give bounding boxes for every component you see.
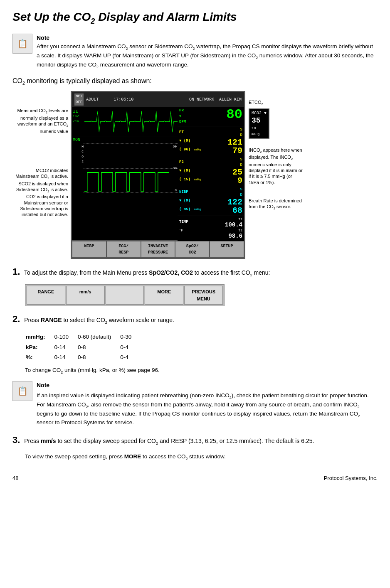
pt-value2: 79 [227,147,242,155]
note1-content: Note After you connect a Mainstream CO2 … [37,34,378,70]
numerics-panel: HR▼BPM 80 PT▼ (M)( 96) mmHg SD [178,107,244,240]
mv-cm-label: 1mV/cm [73,114,79,124]
title-sub2: 2 [91,17,95,25]
units-table: mmHg: 0-100 0-60 (default) 0-30 kPa: 0-1… [25,332,141,363]
ecg-section: II 1mV/cm [72,107,178,136]
step1-text: To adjust the display, from the Main Men… [24,269,270,276]
etco2-annotation: ETCO2 MCO2 ▼ 35 10 mmHg [249,99,304,139]
step2-section: 2. Press RANGE to select the CO2 wavefor… [12,312,378,326]
step3-text: Press mm/s to set the display sweep spee… [24,438,314,444]
previous-menu-button[interactable]: PREVIOUSMENU [184,286,223,305]
note2-content: Note If an inspired value is displayed i… [37,381,378,427]
setup-button[interactable]: SETUP [210,241,244,258]
percent-row: %: 0-14 0-8 0-4 [26,353,140,362]
co2-value-0: 0 [175,188,177,193]
p2-cell: P2▼ (M)( 15) mmHg SD 25 9 [178,156,244,186]
pt-cell: PT▼ (M)( 96) mmHg SD 121 79 [178,126,244,156]
step1-number: 1. [12,266,20,277]
temp-label: TEMP [179,220,188,224]
monitor-diagram: Measured CO2 levels are normally display… [12,91,378,259]
temp-value2: 98.6 [225,233,242,239]
percent-v1: 0-14 [54,353,77,362]
spo2-co2-button[interactable]: SpO2/CO2 [175,241,210,258]
pt-unit: mmHg [194,148,201,151]
annotation-co2-levels: Measured CO2 levels are normally display… [12,108,71,134]
annotation-mco2: MCO2 indicates Mainstream CO2 is active.… [12,167,71,218]
range-button[interactable]: RANGE [27,286,65,305]
nibp-value2: 68 [227,207,242,215]
section-heading: CO2 monitoring is typically displayed as… [12,76,378,87]
mmhg-label: mmHg: [26,332,54,342]
co2-section: MCO2 60 30 0 [72,143,178,193]
pt-label: PT▼ (M)( 96) [179,130,190,152]
step3-number: 3. [12,435,20,445]
note1-box: Note After you connect a Mainstream CO2 … [12,34,378,70]
network-label: ON NETWORK ALLEN KIM [189,96,242,103]
step1-section: 1. To adjust the display, from the Main … [12,265,378,278]
nibp-label: NIBP▼ (M)( 85) [179,190,190,212]
temp-unit: °F [179,229,183,232]
function-buttons: NIBP ECG/RESP INVASIVEPRESSURE SpO2/CO2 … [72,240,244,258]
net-off-label: NETOFF [74,93,84,106]
step3-section: 3. Press mm/s to set the display sweep s… [12,433,378,447]
page-footer: 48 Protocol Systems, Inc. [12,474,378,482]
note2-box: Note If an inspired value is displayed i… [12,381,378,427]
mmhg-v1: 0-100 [54,332,77,342]
mmhg-v2: 0-60 (default) [78,332,119,342]
note2-text: If an inspired value is displayed indica… [37,391,378,427]
co2-value-60: 60 [173,144,177,149]
ecg-waveform [84,109,178,134]
percent-label: %: [26,353,54,362]
nibp-cell: NIBP▼ (M)( 85) mmHg SD 122 68 [178,186,244,216]
nibp-unit: mmHg [194,208,201,211]
mmhg-row: mmHg: 0-100 0-60 (default) 0-30 [26,332,140,342]
kpa-row: kPa: 0-14 0-8 0-4 [26,343,140,352]
monitor-body: II 1mV/cm MON MCO2 60 [72,107,244,240]
pt-value1: 121 [227,138,242,147]
page-title: Set Up the CO2 Display and Alarm Limits [12,8,378,27]
nibp-button[interactable]: NIBP [72,241,106,258]
kpa-v2: 0-8 [78,343,119,352]
hr-value: 80 [227,108,242,121]
nibp-value1: 122 [227,198,242,207]
step3-note: To view the sweep speed setting, press M… [25,453,378,462]
invasive-pressure-button[interactable]: INVASIVEPRESSURE [141,241,175,258]
note1-text: After you connect a Mainstream CO2 senso… [37,42,378,70]
monitor-header: NETOFF ADULT 17:05:10 ON NETWORK ALLEN K… [72,92,244,107]
hr-label: HR▼BPM [179,108,186,125]
ecg-resp-button[interactable]: ECG/RESP [106,241,141,258]
p2-value2: 9 [232,177,242,185]
p2-unit: mmHg [194,178,201,181]
right-annotations: ETCO2 MCO2 ▼ 35 10 mmHg INCO2 appears he… [245,91,304,219]
co2-scale-60: MCO2 [72,144,84,164]
note1-icon [12,34,32,54]
temp-value1: 100.4 [225,222,242,228]
p2-value1: 25 [232,168,242,177]
etco2-box: MCO2 ▼ 35 10 mmHg [249,108,269,139]
monitor-screen: NETOFF ADULT 17:05:10 ON NETWORK ALLEN K… [71,91,245,259]
mms-button[interactable]: mm/s [66,286,105,305]
temp-ti-labels: T1 [225,217,242,222]
kpa-v1: 0-14 [54,343,77,352]
inco2-annotation: INCO2 appears here when displayed. The I… [249,147,304,185]
note1-label: Note [37,34,378,42]
more-button[interactable]: MORE [145,286,183,305]
step2-text: Press RANGE to select the CO2 waveform s… [24,317,174,323]
etco2-label: ETCO2 [249,99,304,106]
waveform-panel: II 1mV/cm MON MCO2 60 [72,107,178,240]
nibp-sd: SD [240,187,242,198]
pt-sd: SD [240,127,242,138]
p2-label: P2▼ (M)( 15) [179,160,190,182]
note2-icon [12,381,32,401]
co2-waveform [84,143,169,193]
kpa-v3: 0-4 [120,343,140,352]
empty-button[interactable] [106,286,144,305]
co2-value-30: 30 [173,166,177,171]
footer-right: Protocol Systems, Inc. [324,474,378,482]
patient-label: ADULT 17:05:10 [86,96,133,103]
note2-label: Note [37,381,378,390]
percent-v3: 0-4 [120,353,140,362]
mon-label: MON [72,136,178,143]
co2-menu-bar: RANGE mm/s MORE PREVIOUSMENU [25,284,225,306]
left-annotations: Measured CO2 levels are normally display… [12,91,71,226]
